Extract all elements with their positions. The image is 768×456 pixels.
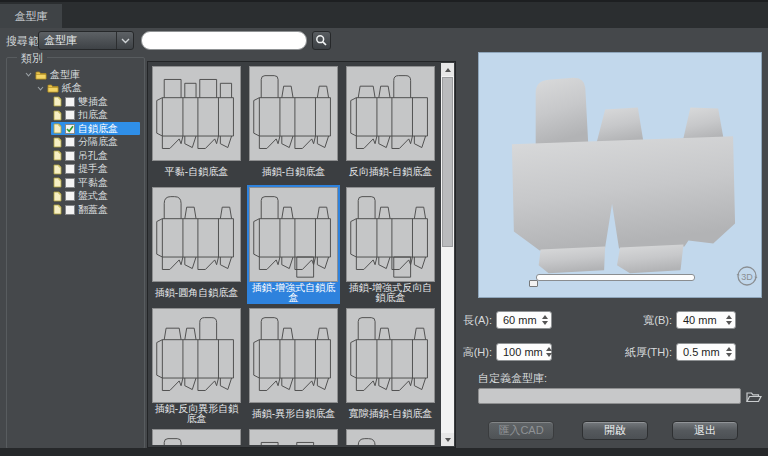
template-label: 反向插鎖-自鎖底盒 bbox=[346, 161, 435, 182]
tree-node-label: 翻蓋盒 bbox=[78, 203, 108, 217]
category-group-label: 類別 bbox=[17, 51, 47, 66]
length-a-spinner[interactable]: 60 mm bbox=[496, 311, 552, 329]
spinner-arrows-icon[interactable] bbox=[539, 315, 548, 325]
scroll-up-button[interactable] bbox=[441, 63, 454, 76]
tree-checkbox[interactable] bbox=[65, 124, 75, 134]
tree-node-7[interactable]: 提手盒 bbox=[9, 163, 140, 176]
template-grid: 平黏-自鎖底盒插鎖-自鎖底盒反向插鎖-自鎖底盒插鎖-圓角自鎖底盒插鎖-增強式自鎖… bbox=[150, 64, 442, 445]
tree-node-2[interactable]: 雙插盒 bbox=[9, 95, 140, 108]
custom-library-label: 自定義盒型庫: bbox=[478, 371, 547, 386]
tree-node-9[interactable]: 盤式盒 bbox=[9, 190, 140, 203]
arrow-up-icon bbox=[445, 68, 451, 72]
preview-canvas[interactable] bbox=[479, 53, 761, 297]
page-icon bbox=[53, 164, 62, 175]
arrow-down-icon bbox=[445, 438, 451, 442]
scrollbar-thumb[interactable] bbox=[442, 77, 453, 247]
tree-node-label: 紙盒 bbox=[62, 81, 82, 95]
search-scope-select[interactable]: 盒型庫 bbox=[38, 31, 134, 50]
template-thumbnail bbox=[249, 66, 338, 161]
search-row: 搜尋範圍 盒型庫 bbox=[0, 30, 768, 52]
field-value: 60 mm bbox=[503, 314, 537, 326]
browse-folder-button[interactable] bbox=[746, 389, 762, 403]
page-icon bbox=[53, 137, 62, 148]
tree-checkbox[interactable] bbox=[65, 97, 75, 107]
field-label: 寬(B): bbox=[598, 313, 672, 328]
tree-checkbox[interactable] bbox=[65, 178, 75, 188]
tree-checkbox[interactable] bbox=[65, 191, 75, 201]
tree-checkbox[interactable] bbox=[65, 205, 75, 215]
open-button[interactable]: 開啟 bbox=[582, 421, 648, 440]
template-thumbnail bbox=[346, 187, 435, 282]
tab-bar: 盒型庫 bbox=[0, 0, 768, 28]
tree-node-8[interactable]: 平黏盒 bbox=[9, 176, 140, 189]
width-b-spinner[interactable]: 40 mm bbox=[676, 311, 736, 329]
scroll-down-button[interactable] bbox=[441, 433, 454, 446]
expand-arrow-icon[interactable] bbox=[25, 71, 32, 78]
field-length-a: 長(A):60 mm bbox=[420, 311, 552, 329]
spinner-arrows-icon[interactable] bbox=[723, 315, 732, 325]
template-cell-7[interactable]: 插鎖-異形自鎖底盒 bbox=[247, 306, 340, 425]
spinner-arrows-icon[interactable] bbox=[543, 347, 552, 357]
template-cell-9[interactable] bbox=[150, 427, 243, 445]
template-grid-panel: 平黏-自鎖底盒插鎖-自鎖底盒反向插鎖-自鎖底盒插鎖-圓角自鎖底盒插鎖-增強式自鎖… bbox=[147, 61, 456, 448]
tree-checkbox[interactable] bbox=[65, 164, 75, 174]
fold-slider[interactable] bbox=[536, 274, 695, 281]
tree-node-label: 雙插盒 bbox=[78, 95, 108, 109]
template-thumbnail bbox=[346, 66, 435, 161]
tree-node-label: 提手盒 bbox=[78, 162, 108, 176]
template-cell-3[interactable]: 插鎖-圓角自鎖底盒 bbox=[150, 185, 243, 304]
tab-box-library[interactable]: 盒型庫 bbox=[0, 4, 62, 28]
template-thumbnail bbox=[346, 429, 435, 445]
tree-node-5[interactable]: 分隔底盒 bbox=[9, 136, 140, 149]
template-cell-1[interactable]: 插鎖-自鎖底盒 bbox=[247, 64, 340, 183]
tree-node-0[interactable]: 盒型庫 bbox=[9, 68, 140, 81]
rotate-3d-icon[interactable]: 3D bbox=[735, 264, 759, 288]
template-cell-0[interactable]: 平黏-自鎖底盒 bbox=[150, 64, 243, 183]
height-h-spinner[interactable]: 100 mm bbox=[496, 343, 552, 361]
template-label: 寬隙插鎖-自鎖底盒 bbox=[346, 403, 435, 424]
tree-checkbox[interactable] bbox=[65, 151, 75, 161]
template-label: 平黏-自鎖底盒 bbox=[152, 161, 241, 182]
page-icon bbox=[53, 177, 62, 188]
page-icon bbox=[53, 204, 62, 215]
folder-icon bbox=[47, 83, 59, 93]
template-cell-4[interactable]: 插鎖-增強式自鎖底盒 bbox=[247, 185, 340, 304]
page-icon bbox=[53, 150, 62, 161]
template-cell-5[interactable]: 插鎖-增強式反向自鎖底盒 bbox=[344, 185, 437, 304]
tree-node-label: 盒型庫 bbox=[50, 68, 80, 82]
tree-node-1[interactable]: 紙盒 bbox=[9, 82, 140, 95]
page-icon bbox=[53, 96, 62, 107]
field-height-h: 高(H):100 mm bbox=[420, 343, 552, 361]
template-label: 插鎖-增強式自鎖底盒 bbox=[249, 282, 338, 303]
chevron-down-icon bbox=[116, 32, 133, 49]
grid-scrollbar[interactable] bbox=[441, 63, 454, 446]
svg-text:3D: 3D bbox=[741, 272, 753, 282]
template-cell-6[interactable]: 插鎖-反向異形自鎖底盒 bbox=[150, 306, 243, 425]
tree-node-10[interactable]: 翻蓋盒 bbox=[9, 203, 140, 216]
template-cell-11[interactable] bbox=[344, 427, 437, 445]
tree-node-label: 自鎖底盒 bbox=[78, 122, 118, 136]
tree-checkbox[interactable] bbox=[65, 137, 75, 147]
thickness-th-spinner[interactable]: 0.5 mm bbox=[676, 343, 736, 361]
tree-node-3[interactable]: 扣底盒 bbox=[9, 109, 140, 122]
category-tree: 盒型庫紙盒雙插盒扣底盒自鎖底盒分隔底盒吊孔盒提手盒平黏盒盤式盒翻蓋盒 bbox=[9, 68, 140, 217]
spinner-arrows-icon[interactable] bbox=[723, 347, 732, 357]
template-cell-10[interactable] bbox=[247, 427, 340, 445]
search-button[interactable] bbox=[312, 31, 331, 50]
expand-arrow-icon[interactable] bbox=[37, 85, 44, 92]
fold-slider-thumb[interactable] bbox=[529, 280, 538, 287]
template-cell-2[interactable]: 反向插鎖-自鎖底盒 bbox=[344, 64, 437, 183]
import-cad-button[interactable]: 匯入CAD bbox=[488, 421, 554, 440]
search-input[interactable] bbox=[141, 31, 307, 50]
template-label: 插鎖-反向異形自鎖底盒 bbox=[152, 403, 241, 424]
custom-library-input[interactable] bbox=[478, 388, 741, 404]
tree-node-6[interactable]: 吊孔盒 bbox=[9, 149, 140, 162]
tree-checkbox[interactable] bbox=[65, 110, 75, 120]
template-label: 插鎖-增強式反向自鎖底盒 bbox=[346, 282, 435, 303]
tree-node-4[interactable]: 自鎖底盒 bbox=[9, 122, 140, 135]
exit-button[interactable]: 退出 bbox=[672, 421, 738, 440]
field-label: 紙厚(TH): bbox=[598, 345, 672, 360]
page-icon bbox=[53, 191, 62, 202]
template-thumbnail bbox=[249, 429, 338, 445]
folder-open-icon bbox=[746, 390, 762, 403]
